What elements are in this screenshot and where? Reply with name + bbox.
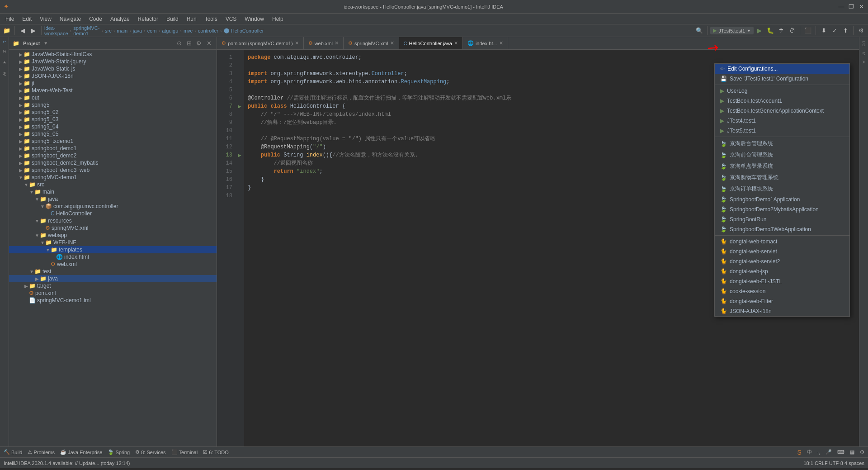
- profile-btn[interactable]: ⏱: [787, 26, 797, 36]
- tree-item-resources[interactable]: ▼ 📁 resources: [9, 217, 217, 224]
- bottom-problems[interactable]: ⚠ Problems: [28, 449, 54, 455]
- tree-item-pom[interactable]: ⚙ pom.xml: [9, 290, 217, 297]
- breadcrumb-workspace[interactable]: idea-workspace: [44, 25, 68, 36]
- breadcrumb-class-name[interactable]: HelloController: [231, 28, 264, 33]
- git-push-btn[interactable]: ⬆: [840, 26, 850, 36]
- menu-run[interactable]: Run: [183, 15, 200, 23]
- tree-item-java[interactable]: ▼ 📁 java: [9, 195, 217, 203]
- toolbar-forward-btn[interactable]: ▶: [28, 26, 38, 36]
- tree-item-webinf[interactable]: ▼ 📁 WEB-INF: [9, 239, 217, 246]
- git-update-btn[interactable]: ⬇: [819, 26, 829, 36]
- tree-item-spring503[interactable]: ▶ 📁 spring5_03: [9, 116, 217, 123]
- git-commit-btn[interactable]: ✓: [830, 26, 840, 36]
- dropdown-dongtai-jsp[interactable]: 🐈 dongtai-web-jsp: [715, 266, 849, 276]
- tree-item-javaweb-js[interactable]: ▶ 📁 JavaWeb-Static-js: [9, 65, 217, 72]
- tree-item-test-java[interactable]: ▶ 📁 java: [9, 275, 217, 282]
- bottom-java-enterprise[interactable]: ☕ Java Enterprise: [60, 449, 102, 455]
- toolbar-open-btn[interactable]: 📁: [2, 26, 12, 36]
- panel-collapse-btn[interactable]: ⊞: [185, 39, 193, 47]
- dropdown-jintao-order[interactable]: 🍃 京淘订单模块系统: [715, 183, 849, 195]
- breadcrumb-controller[interactable]: controller: [198, 28, 218, 33]
- run-config-selector[interactable]: ▶ JTest5.test1 ▼: [710, 27, 754, 34]
- dropdown-jtest5[interactable]: ▶ JTest5.test1: [715, 126, 849, 136]
- breadcrumb-main[interactable]: main: [117, 28, 127, 33]
- dropdown-dongtai-tomcat[interactable]: 🐈 dongtai-web-tomact: [715, 237, 849, 247]
- dropdown-springboot1[interactable]: 🍃 SpringbootDemo1Application: [715, 195, 849, 204]
- tree-item-maven-web[interactable]: ▶ 📁 Maven-Web-Test: [9, 87, 217, 94]
- bottom-spring[interactable]: 🍃 Spring: [108, 449, 130, 455]
- dropdown-jintao-backend[interactable]: 🍃 京淘后台管理系统: [715, 138, 849, 149]
- menu-build[interactable]: Build: [163, 15, 182, 23]
- panel-settings-btn[interactable]: ⚙: [195, 39, 203, 47]
- tree-item-springboot3-web[interactable]: ▶ 📁 springboot_demo3_web: [9, 166, 217, 174]
- toolbar-search-btn[interactable]: 🔍: [694, 26, 704, 36]
- tree-item-spring505[interactable]: ▶ 📁 spring5_05: [9, 130, 217, 138]
- tree-item-spring5-txdemo1[interactable]: ▶ 📁 spring5_txdemo1: [9, 138, 217, 145]
- menu-edit[interactable]: Edit: [19, 15, 35, 23]
- dropdown-save-config[interactable]: 💾 Save 'JTest5.test1' Configuration: [715, 74, 849, 84]
- tree-item-javaweb-html[interactable]: ▶ 📁 JavaWeb-Static-HtmlCss: [9, 51, 217, 58]
- tab-close-webxml[interactable]: ✕: [335, 40, 339, 46]
- sidebar-favorites-icon[interactable]: ★: [1, 58, 8, 66]
- tree-item-springboot2-mybatis[interactable]: ▶ 📁 springboot_demo2_mybatis: [9, 159, 217, 166]
- settings-btn[interactable]: ⚙: [856, 26, 866, 36]
- tab-close-springmvcxml[interactable]: ✕: [390, 40, 394, 46]
- tree-item-templates[interactable]: ▼ 📁 templates: [9, 246, 217, 253]
- tree-item-springmvcxml[interactable]: ⚙ springMVC.xml: [9, 224, 217, 232]
- gutter-run-7[interactable]: ▶: [235, 102, 244, 110]
- sidebar-structure-icon[interactable]: Z: [1, 48, 8, 55]
- tree-item-indexhtml[interactable]: 🌐 index.html: [9, 253, 217, 261]
- breadcrumb-atguigu[interactable]: atguigu: [162, 28, 178, 33]
- dropdown-springboot3web[interactable]: 🍃 SpringbootDemo3WebApplication: [715, 224, 849, 234]
- dropdown-springbootrun[interactable]: 🍃 SpringBootRun: [715, 214, 849, 224]
- tree-item-spring502[interactable]: ▶ 📁 spring5_02: [9, 109, 217, 116]
- dropdown-jintao-cart[interactable]: 🍃 京淘购物车管理系统: [715, 172, 849, 183]
- tree-item-src[interactable]: ▼ 📁 src: [9, 181, 217, 188]
- bottom-todo[interactable]: ☑ 6: TODO: [203, 449, 229, 455]
- tree-item-webxml[interactable]: ⚙ web.xml: [9, 261, 217, 268]
- dropdown-cookie-session[interactable]: 🐈 cookie-session: [715, 286, 849, 296]
- dropdown-edit-configs[interactable]: ✏ Edit Configurations...: [715, 64, 849, 74]
- dropdown-testbook-account[interactable]: ▶ TestBook.testAccount1: [715, 96, 849, 106]
- minimize-button[interactable]: —: [838, 4, 844, 10]
- menu-file[interactable]: File: [2, 15, 18, 23]
- menu-view[interactable]: View: [36, 15, 55, 23]
- dropdown-dongtai-servlet2[interactable]: 🐈 dongtai-web-servlet2: [715, 256, 849, 266]
- breadcrumb-project[interactable]: springMVC-demo1: [73, 25, 99, 36]
- gutter-run-13[interactable]: ▶: [235, 151, 244, 159]
- tab-close-hellocontroller[interactable]: ✕: [454, 40, 458, 46]
- panel-close-btn[interactable]: ✕: [205, 39, 213, 47]
- dropdown-jintao-sso[interactable]: 🍃 京淘单点登录系统: [715, 161, 849, 172]
- menu-navigate[interactable]: Navigate: [56, 15, 85, 23]
- tree-item-hellocontroller[interactable]: C HelloController: [9, 210, 217, 217]
- dropdown-jtest4[interactable]: ▶ JTest4.test1: [715, 116, 849, 126]
- dropdown-springboot2mybatis[interactable]: 🍃 SpringbootDemo2MybatisApplication: [715, 204, 849, 214]
- tab-close-indexhtml[interactable]: ✕: [499, 40, 503, 46]
- tab-close-pom[interactable]: ✕: [295, 40, 299, 46]
- debug-button[interactable]: 🐛: [765, 26, 775, 36]
- tree-item-out[interactable]: ▶ 📁 out: [9, 94, 217, 101]
- tree-item-controller-pkg[interactable]: ▼ 📦 com.atguigu.mvc.controller: [9, 203, 217, 210]
- run-with-coverage-btn[interactable]: ☂: [776, 26, 786, 36]
- tree-item-javaweb-jquery[interactable]: ▶ 📁 JavaWeb-Static-jquery: [9, 58, 217, 65]
- tree-item-springboot1[interactable]: ▶ 📁 springboot_demo1: [9, 145, 217, 152]
- sidebar-project-icon[interactable]: 1: [1, 39, 8, 45]
- sidebar-database-icon[interactable]: DB: [861, 39, 867, 48]
- tree-item-target[interactable]: ▶ 📁 target: [9, 282, 217, 290]
- breadcrumb-src[interactable]: src: [105, 28, 112, 33]
- tree-item-spring504[interactable]: ▶ 📁 spring5_04: [9, 123, 217, 130]
- run-button[interactable]: ▶: [755, 26, 764, 36]
- bottom-build[interactable]: 🔨 Build: [4, 449, 22, 455]
- toolbar-back-btn[interactable]: ◀: [18, 26, 28, 36]
- maximize-button[interactable]: ❐: [848, 4, 854, 10]
- menu-code[interactable]: Code: [85, 15, 106, 23]
- tree-item-webapp[interactable]: ▼ 📁 webapp: [9, 232, 217, 239]
- menu-refactor[interactable]: Refactor: [134, 15, 162, 23]
- menu-tools[interactable]: Tools: [201, 15, 221, 23]
- dropdown-jintao-frontend[interactable]: 🍃 京淘前台管理系统: [715, 149, 849, 161]
- panel-locate-btn[interactable]: ⊙: [175, 39, 183, 47]
- bottom-services[interactable]: ⚙ 8: Services: [135, 449, 165, 455]
- breadcrumb-com[interactable]: com: [147, 28, 157, 33]
- dropdown-dongtai-filter[interactable]: 🐈 dongtai-web-Filter: [715, 296, 849, 306]
- tab-indexhtml[interactable]: 🌐 index.ht... ✕: [463, 37, 508, 50]
